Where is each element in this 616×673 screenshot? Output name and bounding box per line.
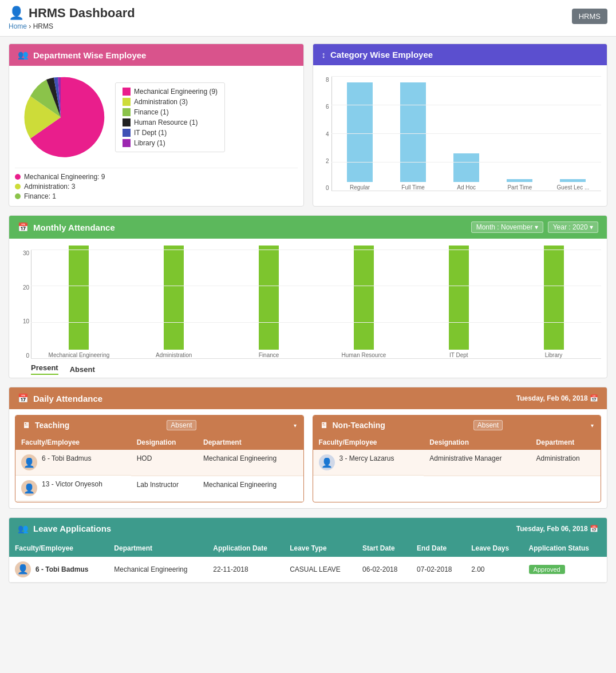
monthly-bars: Mechanical Engineering Administration Fi…	[31, 250, 601, 359]
col-designation-nonteaching: Designation	[424, 435, 530, 450]
col-enddate-leave: End Date	[411, 540, 465, 557]
calendar-icon-monthly: 📅	[18, 222, 29, 232]
col-appdate-leave: Application Date	[207, 540, 284, 557]
top-row: 👥 Department Wise Employee	[9, 43, 607, 207]
monitor-icon-nonteaching: 🖥	[320, 421, 328, 430]
monthly-bar-library: Library	[512, 246, 595, 358]
col-designation-teaching: Designation	[131, 435, 198, 450]
avatar-tobi-leave: 👤	[15, 561, 31, 577]
leave-header: 👥 Leave Applications Tuesday, Feb 06, 20…	[9, 518, 607, 540]
avatar-victor: 👤	[21, 480, 37, 496]
avatar-mercy: 👤	[319, 454, 335, 470]
cat-bar-regular: Regular	[338, 82, 382, 191]
monthly-bar-it: IT Dept	[417, 246, 500, 358]
category-title: Category Wise Employee	[330, 50, 433, 60]
teaching-absent-dropdown[interactable]: Absent	[167, 420, 196, 430]
hrms-dropdown-button[interactable]: HRMS	[572, 9, 607, 24]
monthly-header: 📅 Monthly Attendance Month : November ▾ …	[9, 216, 607, 239]
legend-item-finance: Finance (1)	[123, 108, 218, 116]
col-startdate-leave: Start Date	[357, 540, 411, 557]
users-icon-leave: 👥	[18, 524, 29, 534]
monitor-icon-teaching: 🖥	[22, 421, 30, 430]
avatar-tobi: 👤	[21, 454, 37, 470]
calendar-icon-daily-right: 📅	[590, 394, 598, 402]
calendar-icon-leave: 📅	[590, 525, 598, 533]
col-faculty-leave: Faculty/Employee	[9, 540, 108, 557]
breadcrumb: Home › HRMS	[9, 22, 607, 30]
legend-item-it: IT Dept (1)	[123, 129, 218, 137]
col-status-leave: Application Status	[523, 540, 607, 557]
calendar-icon-daily: 📅	[18, 393, 29, 403]
col-dept-nonteaching: Department	[531, 435, 601, 450]
category-icon: ↕	[322, 50, 326, 60]
month-year-controls: Month : November ▾ Year : 2020 ▾	[471, 221, 598, 233]
status-badge-approved: Approved	[529, 565, 565, 574]
daily-date: Tuesday, Feb 06, 2018 📅	[516, 394, 598, 402]
teaching-card: 🖥 Teaching Absent ▾ Faculty/Employee Des…	[15, 415, 304, 502]
department-wise-body: Mechanical Engineering (9) Administratio…	[9, 66, 303, 206]
breadcrumb-home[interactable]: Home	[9, 22, 27, 30]
page-title: 👤 HRMS Dashboard	[9, 6, 572, 21]
non-teaching-table: Faculty/Employee Designation Department …	[313, 435, 601, 476]
breadcrumb-current: HRMS	[33, 22, 53, 30]
category-wise-card: ↕ Category Wise Employee 0 2 4 6 8	[313, 43, 608, 207]
table-row: 👤 6 - Tobi Badmus Mechanical Engineering…	[9, 557, 607, 583]
daily-body: 🖥 Teaching Absent ▾ Faculty/Employee Des…	[9, 409, 607, 508]
legend-item-mech: Mechanical Engineering (9)	[123, 88, 218, 96]
monthly-bar-finance: Finance	[227, 246, 311, 358]
department-wise-header: 👥 Department Wise Employee	[9, 44, 303, 66]
monthly-legend: Present Absent	[15, 363, 601, 375]
pie-section: Mechanical Engineering (9) Administratio…	[15, 72, 298, 163]
legend-absent[interactable]: Absent	[70, 363, 95, 375]
monthly-attendance-card: 📅 Monthly Attendance Month : November ▾ …	[9, 215, 607, 378]
page-header: HRMS 👤 HRMS Dashboard Home › HRMS	[0, 0, 616, 37]
col-faculty-teaching: Faculty/Employee	[15, 435, 131, 450]
page-wrapper: HRMS 👤 HRMS Dashboard Home › HRMS 👥 Depa…	[0, 0, 616, 590]
person-icon: 👤	[9, 6, 24, 21]
leave-date: Tuesday, Feb 06, 2018 📅	[516, 525, 598, 533]
monthly-bar-mech: Mechanical Engineering	[37, 246, 121, 358]
year-dropdown[interactable]: Year : 2020 ▾	[548, 221, 598, 233]
category-bars: Regular Full Time Ad Hoc	[331, 77, 602, 191]
table-row: 👤 3 - Mercy Lazarus Administrative Manag…	[313, 450, 601, 476]
daily-attendance-card: 📅 Daily Attendance Tuesday, Feb 06, 2018…	[9, 387, 607, 509]
monthly-bar-admin: Administration	[132, 246, 216, 358]
cat-bar-guest: Guest Lec ...	[551, 179, 595, 191]
legend-present[interactable]: Present	[31, 363, 58, 375]
pie-chart	[15, 72, 106, 163]
col-dept-teaching: Department	[198, 435, 303, 450]
legend-item-library: Library (1)	[123, 139, 218, 147]
daily-title: Daily Attendance	[33, 394, 102, 403]
legend-item-hr: Human Resource (1)	[123, 118, 218, 126]
monthly-body: 0 10 20 30	[9, 239, 607, 378]
category-wise-body: 0 2 4 6 8	[313, 65, 607, 197]
main-content: 👥 Department Wise Employee	[0, 37, 616, 590]
department-icon: 👥	[18, 50, 29, 60]
leave-title: Leave Applications	[33, 524, 111, 533]
leave-table: Faculty/Employee Department Application …	[9, 540, 607, 583]
cat-bar-fulltime: Full Time	[391, 82, 436, 191]
department-title: Department Wise Employee	[33, 50, 146, 60]
month-dropdown[interactable]: Month : November ▾	[471, 221, 543, 233]
monthly-bar-hr: Human Resource	[322, 246, 405, 358]
nonteaching-absent-dropdown[interactable]: Absent	[473, 420, 503, 430]
col-dept-leave: Department	[108, 540, 207, 557]
pie-bottom-legend: Mechanical Engineering: 9 Administration…	[15, 168, 298, 200]
non-teaching-card: 🖥 Non-Teaching Absent ▾ Faculty/Employee…	[313, 415, 602, 502]
col-faculty-nonteaching: Faculty/Employee	[313, 435, 424, 450]
leave-applications-card: 👥 Leave Applications Tuesday, Feb 06, 20…	[9, 517, 607, 584]
cat-bar-adhoc: Ad Hoc	[444, 153, 489, 191]
legend-item-admin: Administration (3)	[123, 98, 218, 106]
cat-bar-parttime: Part Time	[497, 179, 542, 191]
table-row: 👤 13 - Victor Onyesoh Lab Instructor Mec…	[15, 476, 303, 501]
teaching-header: 🖥 Teaching Absent ▾	[15, 415, 303, 435]
daily-header: 📅 Daily Attendance Tuesday, Feb 06, 2018…	[9, 387, 607, 409]
non-teaching-header: 🖥 Non-Teaching Absent ▾	[313, 415, 601, 435]
pie-legend: Mechanical Engineering (9) Administratio…	[115, 82, 225, 152]
teaching-table: Faculty/Employee Designation Department …	[15, 435, 303, 502]
col-leavedays-leave: Leave Days	[465, 540, 523, 557]
col-leavetype-leave: Leave Type	[284, 540, 357, 557]
category-wise-header: ↕ Category Wise Employee	[313, 44, 607, 65]
table-row: 👤 6 - Tobi Badmus HOD Mechanical Enginee…	[15, 450, 303, 476]
monthly-title: Monthly Attendance	[33, 223, 115, 232]
